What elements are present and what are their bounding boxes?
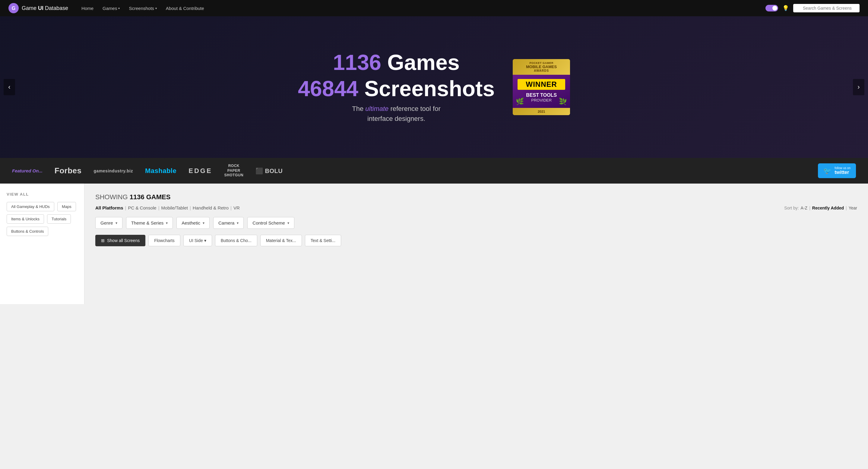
award-provider: PROVIDER	[518, 98, 565, 102]
hero-screenshots-stat: 46844 Screenshots	[298, 77, 495, 101]
award-winner: WINNER	[518, 79, 565, 90]
platform-all[interactable]: All Platforms	[95, 205, 123, 210]
aesthetic-chevron-icon: ▾	[203, 221, 205, 225]
sort-recently-added[interactable]: Recently Added	[812, 206, 844, 210]
logo-gamesindustry: gamesindustry.biz	[94, 168, 133, 173]
sidebar-tags: All Gameplay & HUDs Maps Items & Unlocks…	[7, 202, 78, 236]
hero-text: 1136 Games 46844 Screenshots The ultimat…	[298, 51, 495, 124]
tab-ui-side[interactable]: UI Side ▾	[183, 235, 212, 246]
bulb-icon[interactable]: 💡	[782, 5, 789, 11]
tab-material-texture[interactable]: Material & Tex...	[260, 235, 302, 246]
platform-vr[interactable]: VR	[234, 205, 240, 210]
sort-links: Sort by: A-Z | Recently Added | Year	[784, 206, 857, 210]
tab-show-all-screens[interactable]: ⊞ Show all Screens	[95, 235, 145, 246]
nav-home[interactable]: Home	[78, 4, 97, 13]
twitter-icon: 🐦	[824, 167, 832, 175]
twitter-follow-button[interactable]: 🐦 follow us on twitter	[818, 163, 856, 178]
award-pocket-gamer: POCKET GAMER	[515, 62, 568, 65]
sidebar-tag-maps[interactable]: Maps	[57, 202, 76, 211]
platform-links: All Platforms | PC & Console | Mobile/Ta…	[95, 205, 240, 210]
logo-forbes: Forbes	[55, 166, 82, 175]
platform-handheld[interactable]: Handheld & Retro	[193, 205, 228, 210]
site-logo[interactable]: G Game UI Database	[8, 3, 68, 13]
screenshots-chevron-icon: ▾	[155, 7, 157, 10]
control-chevron-icon: ▾	[287, 221, 289, 225]
nav-games[interactable]: Games ▾	[99, 4, 123, 13]
logo-rockpapershot: ROCKPAPERSHOTGUN	[224, 164, 244, 178]
sort-az[interactable]: A-Z	[801, 206, 808, 210]
sidebar: VIEW ALL All Gameplay & HUDs Maps Items …	[0, 183, 85, 304]
filter-aesthetic[interactable]: Aesthetic ▾	[177, 217, 210, 229]
search-input[interactable]	[793, 4, 860, 12]
award-awards-text: AWARDS	[515, 69, 568, 72]
award-shield: 🌿 WINNER BEST TOOLS PROVIDER 🌿	[513, 75, 570, 108]
camera-chevron-icon: ▾	[237, 221, 239, 225]
theme-chevron-icon: ▾	[166, 221, 168, 225]
sort-year[interactable]: Year	[849, 206, 857, 210]
laurel-left-icon: 🌿	[516, 98, 524, 105]
filter-genre[interactable]: Genre ▾	[95, 217, 122, 229]
award-top: POCKET GAMER MOBILE GAMES AWARDS	[513, 59, 570, 75]
logo-bolu: ⬛ BOLU	[255, 167, 283, 174]
award-mobile-games: MOBILE GAMES	[515, 65, 568, 69]
content-area: SHOWING 1136 GAMES All Platforms | PC & …	[85, 183, 868, 304]
platform-pc-console[interactable]: PC & Console	[128, 205, 156, 210]
nav-right: 💡 🔍	[766, 4, 860, 12]
logo-edge: EDGE	[188, 167, 212, 175]
platform-mobile[interactable]: Mobile/Tablet	[161, 205, 188, 210]
search-wrapper: 🔍	[793, 4, 860, 12]
featured-label: Featured On...	[12, 168, 42, 173]
sidebar-tag-items-unlocks[interactable]: Items & Unlocks	[7, 214, 44, 224]
hero-section: ‹ 1136 Games 46844 Screenshots The ultim…	[0, 16, 868, 158]
theme-toggle[interactable]	[766, 5, 778, 11]
filter-camera[interactable]: Camera ▾	[213, 217, 244, 229]
sort-label: Sort by:	[784, 206, 799, 210]
screen-tabs: ⊞ Show all Screens Flowcharts UI Side ▾ …	[95, 235, 857, 246]
logo-mashable: Mashable	[145, 167, 177, 175]
filter-theme-series[interactable]: Theme & Series ▾	[126, 217, 173, 229]
main-content: VIEW ALL All Gameplay & HUDs Maps Items …	[0, 183, 868, 304]
tab-buttons-choices[interactable]: Buttons & Cho...	[215, 235, 257, 246]
nav-about[interactable]: About & Contribute	[162, 4, 208, 13]
showing-title: SHOWING 1136 GAMES	[95, 193, 857, 201]
nav-screenshots[interactable]: Screenshots ▾	[125, 4, 160, 13]
sidebar-title: VIEW ALL	[7, 192, 78, 197]
genre-chevron-icon: ▾	[116, 221, 117, 225]
nav-links: Home Games ▾ Screenshots ▾ About & Contr…	[78, 4, 766, 13]
logo-text: Game UI Database	[22, 5, 68, 11]
featured-logos: Forbes gamesindustry.biz Mashable EDGE R…	[55, 164, 806, 178]
logo-icon: G	[8, 3, 19, 13]
hero-prev-button[interactable]: ‹	[4, 79, 15, 95]
tab-text-settings[interactable]: Text & Setti...	[305, 235, 341, 246]
games-chevron-icon: ▾	[118, 7, 120, 10]
award-badge: POCKET GAMER MOBILE GAMES AWARDS 🌿 WINNE…	[513, 59, 570, 115]
hero-next-button[interactable]: ›	[853, 79, 864, 95]
grid-icon: ⊞	[101, 238, 105, 243]
award-best-tools: BEST TOOLS	[518, 92, 565, 98]
twitter-follow-label: follow us on	[835, 166, 850, 170]
laurel-right-icon: 🌿	[559, 98, 567, 105]
award-year: 2021	[513, 108, 570, 115]
navbar: G Game UI Database Home Games ▾ Screensh…	[0, 0, 868, 16]
hero-stats: 1136 Games	[298, 51, 495, 74]
tab-flowcharts[interactable]: Flowcharts	[148, 235, 180, 246]
featured-strip: Featured On... Forbes gamesindustry.biz …	[0, 158, 868, 183]
sidebar-tag-tutorials[interactable]: Tutorials	[47, 214, 71, 224]
sidebar-tag-all-gameplay[interactable]: All Gameplay & HUDs	[7, 202, 54, 211]
twitter-platform-label: twitter	[835, 170, 850, 175]
filter-control-scheme[interactable]: Control Scheme ▾	[247, 217, 294, 229]
hero-subtitle: The ultimate reference tool for interfac…	[298, 104, 495, 124]
hero-content: 1136 Games 46844 Screenshots The ultimat…	[298, 51, 570, 124]
filters-row: Genre ▾ Theme & Series ▾ Aesthetic ▾ Cam…	[95, 217, 857, 229]
platform-filter: All Platforms | PC & Console | Mobile/Ta…	[95, 205, 857, 210]
sidebar-tag-buttons-controls[interactable]: Buttons & Controls	[7, 227, 48, 236]
svg-text:G: G	[12, 6, 16, 11]
